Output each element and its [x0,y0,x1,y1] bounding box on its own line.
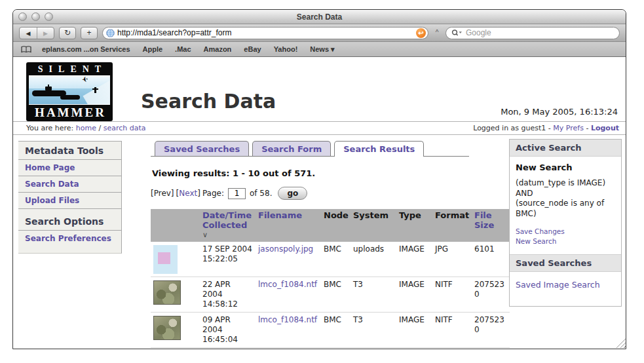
active-search-panel: Active Search New Search (datum_type is … [509,139,622,307]
cell-datetime: 09 APR 200416:45:04 [200,312,256,347]
new-search-link[interactable]: New Search [516,237,615,246]
bookmark-mac[interactable]: .Mac [175,45,191,54]
cell-type: IMAGE [396,312,432,347]
column-header-filesize[interactable]: FileSize [472,209,510,242]
google-search-field[interactable]: Google [445,27,620,39]
close-button[interactable] [18,12,27,21]
cell-type: IMAGE [396,347,432,348]
next-link[interactable]: Next [179,189,197,198]
bookmark-apple[interactable]: Apple [143,45,163,54]
table-header-row: Date/TimeCollected ∨FilenameNodeSystemTy… [151,209,510,242]
sidebar-item-search-data[interactable]: Search Data [18,176,121,193]
main-content: Saved SearchesSearch FormSearch Results … [151,141,510,348]
time-text: 16:45:04 [202,335,253,345]
logout-link[interactable]: Logout [591,124,619,132]
bookmark-items: eplans.com ...on ServicesApple.MacAmazon… [42,45,347,54]
cell-filename: 021-00_39_46-1.411.ntf [256,347,321,348]
cell-system: TES [350,347,396,348]
thumbnail-polygon-sketch[interactable] [153,245,178,274]
logo-text-bottom: HAMMER [29,105,110,120]
saved-searches-header: Saved Searches [510,254,621,272]
breadcrumb-separator: / [98,124,101,132]
logo-text-top: SILENT [29,64,110,75]
results-table: Date/TimeCollected ∨FilenameNodeSystemTy… [151,209,510,348]
bookmark-ebay[interactable]: eBay [244,45,261,54]
login-status: Logged in as guest1 - My Prefs - Logout [473,124,619,132]
cell-size: 1050150 [472,347,510,348]
breadcrumb-prefix: You are here: [26,124,73,132]
title-bar[interactable]: Search Data [13,10,626,24]
breadcrumb-bar: You are here: home / search data Logged … [13,121,626,135]
table-row: 17 SEP 200415:22:05jasonspoly.jpgBMCuplo… [151,242,510,277]
sidebar-item-upload-files[interactable]: Upload Files [18,193,121,209]
cell-node: BMC [321,242,350,277]
column-header-system: System [350,209,396,242]
bookmark-yahoo[interactable]: Yahoo! [274,45,298,54]
sidebar: Metadata ToolsHome PageSearch DataUpload… [18,141,122,254]
thumbnail-aerial-photo[interactable] [153,316,181,340]
cell-thumbnail [151,312,200,347]
column-header-filename[interactable]: Filename [256,209,321,242]
bookmark-news[interactable]: News ▾ [310,45,334,54]
snapback-icon[interactable]: ↩ [416,28,426,38]
collapse-caret-icon[interactable]: ^ [433,29,441,36]
date-text: 09 APR 2004 [202,315,253,335]
go-button[interactable]: go [278,187,307,200]
cell-system: T3 [350,312,396,347]
time-text: 14:58:12 [202,299,253,309]
search-criteria: (datum_type is IMAGE)AND(source_node is … [516,178,615,219]
cell-node: BMC [321,277,350,312]
tab-search-results[interactable]: Search Results [334,141,424,157]
saved-search-saved-image-search[interactable]: Saved Image Search [516,278,615,298]
filename-link[interactable]: lmco_f1084.ntf [258,280,317,289]
column-header-node: Node [321,209,350,242]
results-summary: Viewing results: 1 - 10 out of 571. [152,168,510,178]
nav-buttons: ◀▶ [19,27,54,39]
resize-grip[interactable] [616,338,626,348]
my-prefs-link[interactable]: My Prefs [553,124,584,132]
forward-button[interactable]: ▶ [37,28,54,39]
cell-datetime: 17 SEP 200415:22:05 [200,242,256,277]
sort-descending-icon: ∨ [202,231,208,239]
sidebar-item-home-page[interactable]: Home Page [18,160,121,176]
silent-hammer-logo: SILENT ✈ HAMMER [26,62,113,121]
tab-search-form[interactable]: Search Form [252,141,331,156]
back-button[interactable]: ◀ [20,28,37,39]
bookmark-amazon[interactable]: Amazon [204,45,232,54]
filename-link[interactable]: lmco_f1084.ntf [258,315,317,324]
browser-toolbar: ◀▶ ↻ + http://mda1/search?op=attr_form ↩… [13,24,626,42]
date-text: 22 APR 2004 [202,280,253,299]
diver-icon [94,87,96,93]
page-title: Search Data [141,90,276,113]
sidebar-item-search-preferences[interactable]: Search Preferences [18,231,121,246]
minimize-button[interactable] [31,12,40,21]
table-row: 21 JAN 200300:39:46021-00_39_46-1.411.nt… [151,347,510,348]
date-text: 17 SEP 2004 [202,244,253,254]
save-changes-link[interactable]: Save Changes [516,227,615,237]
breadcrumb-current-link[interactable]: search data [104,124,146,132]
criteria-line: (source_node is any of BMC) [516,199,615,219]
thumbnail-aerial-photo[interactable] [153,280,181,305]
zoom-button[interactable] [45,12,53,21]
tab-saved-searches[interactable]: Saved Searches [155,141,249,156]
cell-format: NITF [432,277,472,312]
bookmarks-book-icon[interactable] [21,46,31,53]
bookmarks-bar: eplans.com ...on ServicesApple.MacAmazon… [13,42,626,57]
cell-node: BMC [321,312,350,347]
reload-button[interactable]: ↻ [59,27,76,39]
breadcrumb-home-link[interactable]: home [76,124,96,132]
bookmark-eplans-com-on-services[interactable]: eplans.com ...on Services [42,45,130,54]
login-separator-1: - [548,124,551,132]
of-pages-label: of 58. [250,189,272,198]
login-text: Logged in as guest1 [473,124,546,132]
globe-icon [106,29,115,37]
column-header-type: Type [396,209,432,242]
cell-filename: jasonspoly.jpg [256,242,321,277]
column-header-datetime[interactable]: Date/TimeCollected ∨ [200,209,256,242]
time-text: 15:22:05 [202,254,253,264]
page-number-input[interactable] [228,188,246,199]
filename-link[interactable]: jasonspoly.jpg [258,244,313,254]
saved-searches-body: Saved Image Search [510,272,621,306]
address-bar[interactable]: http://mda1/search?op=attr_form ↩ [102,27,428,39]
add-bookmark-button[interactable]: + [81,27,98,39]
